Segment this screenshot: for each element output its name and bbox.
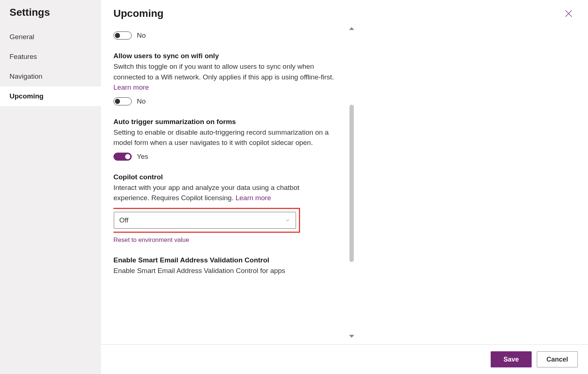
setting-auto-summarization: Auto trigger summarization on forms Sett… <box>113 118 337 161</box>
sidebar-title: Settings <box>0 7 101 27</box>
wifi-sync-learn-more-link[interactable]: Learn more <box>113 83 149 91</box>
scrollbar <box>348 20 358 344</box>
toggle-auto-summarization-label: Yes <box>137 153 148 161</box>
sidebar-item-general[interactable]: General <box>0 27 101 47</box>
toggle-previous[interactable] <box>113 31 132 40</box>
scroll-thumb[interactable] <box>349 105 354 262</box>
setting-auto-summarization-desc: Setting to enable or disable auto-trigge… <box>113 127 337 148</box>
toggle-auto-summarization[interactable] <box>113 153 132 161</box>
setting-smart-email: Enable Smart Email Address Validation Co… <box>113 256 337 276</box>
sidebar-item-features[interactable]: Features <box>0 47 101 67</box>
copilot-reset-link[interactable]: Reset to environment value <box>113 236 189 244</box>
copilot-control-dropdown[interactable]: Off <box>114 212 296 229</box>
caret-down-icon <box>348 334 355 339</box>
svg-marker-3 <box>349 335 354 338</box>
copilot-learn-more-link[interactable]: Learn more <box>236 194 271 202</box>
sidebar-item-navigation[interactable]: Navigation <box>0 67 101 86</box>
cancel-button[interactable]: Cancel <box>537 351 578 367</box>
setting-smart-email-title: Enable Smart Email Address Validation Co… <box>113 256 337 264</box>
close-button[interactable] <box>562 7 576 20</box>
footer: Save Cancel <box>101 344 588 374</box>
setting-smart-email-desc: Enable Smart Email Address Validation Co… <box>113 266 337 276</box>
setting-copilot-control: Copilot control Interact with your app a… <box>113 173 337 244</box>
save-button[interactable]: Save <box>491 351 532 367</box>
setting-copilot-control-desc: Interact with your app and analyze your … <box>113 183 337 203</box>
copilot-control-selected: Off <box>119 216 128 224</box>
sidebar: Settings General Features Navigation Upc… <box>0 0 101 374</box>
setting-auto-summarization-title: Auto trigger summarization on forms <box>113 118 337 126</box>
scroll-up-button[interactable] <box>348 26 356 31</box>
toggle-previous-label: No <box>137 31 146 40</box>
setting-previous-toggle: No <box>113 31 337 40</box>
settings-scroll-content: No Allow users to sync on wifi only Swit… <box>113 20 348 344</box>
caret-up-icon <box>348 26 355 31</box>
setting-wifi-sync: Allow users to sync on wifi only Switch … <box>113 52 337 105</box>
svg-marker-2 <box>349 27 354 30</box>
toggle-wifi-sync-label: No <box>137 97 146 105</box>
sidebar-item-upcoming[interactable]: Upcoming <box>0 86 101 106</box>
setting-copilot-control-title: Copilot control <box>113 173 337 181</box>
close-icon <box>564 9 573 18</box>
copilot-dropdown-highlight: Off <box>113 208 300 233</box>
toggle-wifi-sync[interactable] <box>113 97 132 105</box>
scroll-track[interactable] <box>349 105 354 333</box>
page-title: Upcoming <box>113 8 562 19</box>
main-panel: Upcoming No Allow users <box>101 0 588 374</box>
setting-wifi-sync-desc: Switch this toggle on if you want to all… <box>113 61 337 93</box>
scroll-down-button[interactable] <box>348 333 356 339</box>
setting-wifi-sync-title: Allow users to sync on wifi only <box>113 52 337 60</box>
chevron-down-icon <box>285 217 291 223</box>
